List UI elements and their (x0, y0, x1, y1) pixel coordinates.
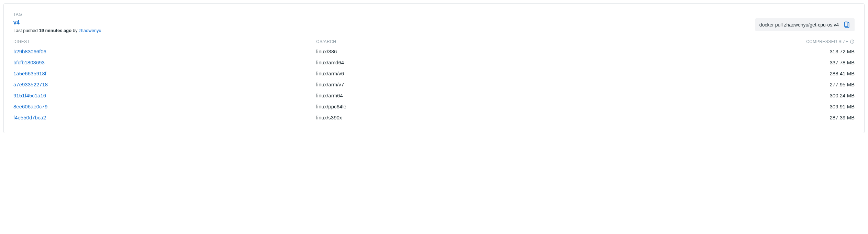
table-row: b29b83066f06linux/386313.72 MB (13, 46, 855, 57)
col-header-digest: DIGEST (13, 39, 316, 44)
digest-link[interactable]: 1a5e6635918f (13, 71, 46, 76)
digest-link[interactable]: bfcfb1803693 (13, 60, 45, 65)
table-row: 1a5e6635918flinux/arm/v6288.41 MB (13, 68, 855, 79)
pull-command-box: docker pull zhaowenyu/get-cpu-os:v4 (755, 18, 855, 31)
cell-digest: bfcfb1803693 (13, 58, 316, 67)
cell-digest: 8ee606ae0c79 (13, 103, 316, 111)
cell-osarch: linux/s390x (316, 114, 653, 122)
table-row: 8ee606ae0c79linux/ppc64le309.91 MB (13, 101, 855, 112)
pushed-by-text: by (71, 28, 79, 33)
table-row: f4e550d7bca2linux/s390x287.39 MB (13, 112, 855, 123)
cell-size: 300.24 MB (653, 92, 855, 100)
cell-size: 309.91 MB (653, 103, 855, 111)
cell-digest: a7e933522718 (13, 81, 316, 89)
cell-size: 288.41 MB (653, 70, 855, 78)
table-row: 9151f45c1a16linux/arm64300.24 MB (13, 90, 855, 101)
cell-osarch: linux/ppc64le (316, 103, 653, 111)
table-row: a7e933522718linux/arm/v7277.95 MB (13, 79, 855, 90)
cell-osarch: linux/arm/v6 (316, 70, 653, 78)
svg-rect-0 (844, 22, 848, 26)
cell-digest: 1a5e6635918f (13, 70, 316, 78)
digest-link[interactable]: a7e933522718 (13, 82, 48, 87)
pushed-time: 19 minutes ago (39, 28, 71, 33)
pushed-prefix: Last pushed (13, 28, 39, 33)
pull-command-text: docker pull zhaowenyu/get-cpu-os:v4 (759, 22, 839, 28)
cell-size: 287.39 MB (653, 114, 855, 122)
cell-size: 277.95 MB (653, 81, 855, 89)
digest-link[interactable]: f4e550d7bca2 (13, 115, 46, 120)
col-header-osarch: OS/ARCH (316, 39, 653, 44)
cell-digest: 9151f45c1a16 (13, 92, 316, 100)
digest-link[interactable]: 9151f45c1a16 (13, 93, 46, 98)
pushed-by-user-link[interactable]: zhaowenyu (79, 28, 101, 33)
col-header-size: COMPRESSED SIZE (653, 39, 855, 44)
table-row: bfcfb1803693linux/amd64337.78 MB (13, 57, 855, 68)
cell-size: 337.78 MB (653, 58, 855, 67)
tag-label: TAG (13, 12, 755, 17)
digest-link[interactable]: 8ee606ae0c79 (13, 104, 47, 109)
cell-osarch: linux/arm64 (316, 92, 653, 100)
tag-name-link[interactable]: v4 (13, 20, 20, 26)
cell-digest: f4e550d7bca2 (13, 114, 316, 122)
cell-osarch: linux/arm/v7 (316, 81, 653, 89)
image-rows: b29b83066f06linux/386313.72 MBbfcfb18036… (13, 46, 855, 123)
copy-button[interactable] (843, 21, 850, 29)
tag-section: TAG v4 Last pushed 19 minutes ago by zha… (13, 12, 755, 39)
cell-size: 313.72 MB (653, 47, 855, 56)
svg-point-3 (852, 41, 853, 41)
cell-digest: b29b83066f06 (13, 47, 316, 56)
tag-card: TAG v4 Last pushed 19 minutes ago by zha… (3, 3, 865, 133)
cell-osarch: linux/386 (316, 47, 653, 56)
table-header: DIGEST OS/ARCH COMPRESSED SIZE (13, 39, 855, 46)
copy-icon (843, 21, 850, 28)
pushed-info: Last pushed 19 minutes ago by zhaowenyu (13, 28, 755, 33)
info-icon[interactable] (850, 39, 855, 44)
col-header-size-text: COMPRESSED SIZE (806, 39, 848, 44)
tag-header-row: TAG v4 Last pushed 19 minutes ago by zha… (13, 12, 855, 39)
cell-osarch: linux/amd64 (316, 58, 653, 67)
digest-link[interactable]: b29b83066f06 (13, 49, 46, 54)
